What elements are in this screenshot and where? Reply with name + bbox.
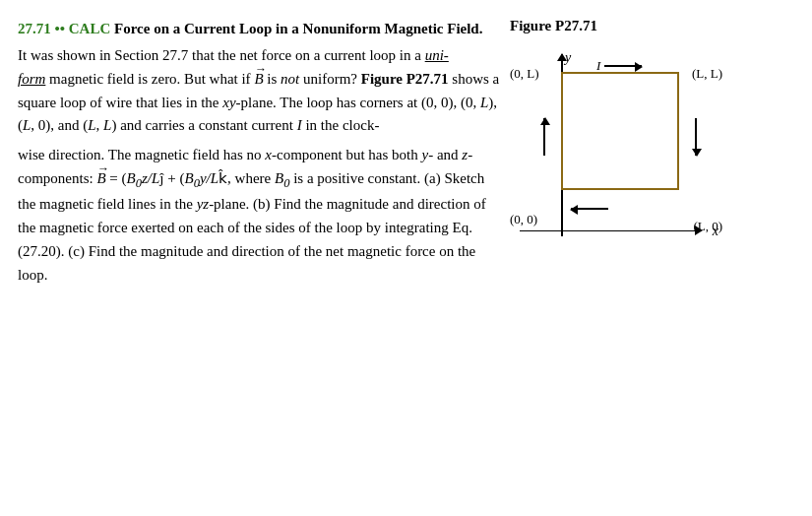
body-text-17: , where: [227, 170, 275, 186]
B-vector: B: [254, 68, 263, 92]
text-column: 27.71 •• CALC Force on a Current Loop in…: [18, 18, 500, 498]
form-text: form: [18, 71, 45, 87]
k-hat: k̂: [219, 170, 227, 186]
label-origin: (0, 0): [510, 212, 537, 227]
fig-ref: Figure P27.71: [361, 71, 449, 87]
body-text-4: uniform?: [299, 71, 360, 87]
x-axis: [520, 230, 702, 232]
not-text: not: [281, 71, 299, 87]
label-bottom-right: (L, 0): [693, 219, 722, 234]
bottom-text: wise direction. The magnetic field has n…: [18, 144, 500, 287]
current-bottom-arrow: [571, 197, 608, 214]
body-text-11: in the clock-: [302, 117, 380, 133]
current-top-arrow: I: [596, 58, 642, 74]
yz-plane: yz: [197, 196, 210, 212]
problem-header: 27.71 •• CALC Force on a Current Loop in…: [18, 18, 500, 40]
body-text-6: -plane. The loop has corners at (0, 0), …: [236, 95, 480, 110]
body-text-10: ) and carries a constant current: [111, 117, 296, 133]
L3-text: L: [88, 117, 95, 133]
label-top-right: (L, L): [692, 66, 722, 82]
body-text-13: -component but has both: [272, 147, 421, 162]
current-left-arrow: [543, 118, 545, 160]
current-label-top: I: [596, 58, 600, 74]
x-comp: x: [265, 147, 272, 162]
figure-diagram: I y x (0, L) (L, L): [510, 44, 726, 271]
problem-body: It was shown in Section 27.7 that the ne…: [18, 44, 500, 138]
xy-text: xy: [222, 95, 235, 110]
calc-label: CALC: [69, 21, 111, 36]
figure-column: Figure P27.71 I: [500, 18, 792, 498]
y-axis-label: y: [565, 50, 571, 66]
arrow-right-icon: [604, 65, 642, 67]
B0y-text: B0: [184, 170, 199, 186]
plus-text: + (: [164, 170, 185, 186]
body-text-8: , 0), and (: [31, 117, 88, 133]
body-text-9: ,: [96, 117, 104, 133]
label-top-left: (0, L): [510, 66, 539, 82]
uni-text: uni-: [425, 47, 449, 63]
difficulty-dots: ••: [55, 21, 66, 36]
problem-number: 27.71: [18, 21, 51, 36]
current-right-arrow: [695, 118, 697, 160]
body-text-1: It was shown in Section 27.7 that the ne…: [18, 47, 425, 63]
main-container: 27.71 •• CALC Force on a Current Loop in…: [0, 0, 812, 516]
body-text-16: = (: [106, 170, 127, 186]
B-vec-eq: B: [96, 167, 105, 191]
arrow-up-icon: [543, 118, 545, 156]
arrow-left-icon: [571, 208, 608, 210]
problem-title: Force on a Current Loop in a Nonuniform …: [114, 21, 482, 36]
B0z-text: B0: [127, 170, 142, 186]
figure-number: P27.71: [555, 18, 597, 33]
body-text-14: - and: [428, 147, 462, 162]
figure-title: Figure P27.71: [510, 18, 597, 34]
y-over-L: y/L: [200, 170, 219, 186]
z-over-L: z/L: [142, 170, 159, 186]
figure-label: Figure: [510, 18, 551, 33]
loop-box: [561, 72, 679, 190]
body-text-2: magnetic field is zero. But what if: [45, 71, 254, 87]
arrow-down-icon: [695, 118, 697, 156]
B0-var: B0: [275, 170, 289, 186]
body-text-12: wise direction. The magnetic field has n…: [18, 147, 265, 162]
